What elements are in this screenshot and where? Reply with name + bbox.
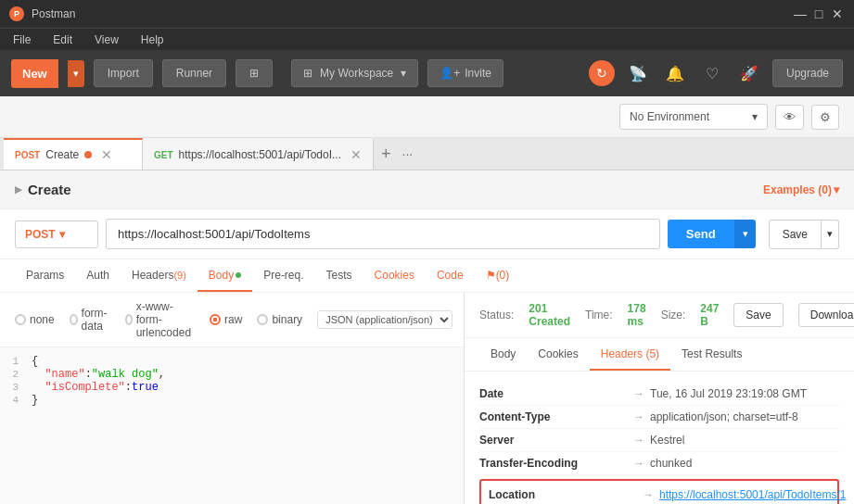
titlebar: P Postman — □ ✕ [0, 0, 854, 28]
req-tab-body[interactable]: Body [198, 259, 252, 292]
form-data-option[interactable]: form-data [70, 307, 110, 333]
import-button[interactable]: Import [94, 59, 153, 87]
response-tabs: Body Cookies Headers (5) Test Results [465, 338, 854, 372]
tab-get[interactable]: GET https://localhost:5001/api/TodoI... … [143, 138, 374, 170]
none-option[interactable]: none [15, 313, 55, 326]
upgrade-button[interactable]: Upgrade [772, 59, 843, 87]
sync-button[interactable]: ↻ [589, 60, 615, 86]
tab-close-get-icon[interactable]: ✕ [351, 147, 362, 162]
time-label: Time: [585, 309, 613, 321]
header-date-row: Date → Tue, 16 Jul 2019 23:19:08 GMT [479, 383, 839, 406]
req-tab-comments[interactable]: ⚑(0) [475, 259, 521, 292]
window-controls: — □ ✕ [793, 6, 845, 21]
code-editor[interactable]: 1 { 2 "name":"walk dog", 3 "isComplete":… [0, 347, 464, 504]
runner-button[interactable]: Runner [162, 59, 226, 87]
header-content-type-row: Content-Type → application/json; charset… [479, 406, 839, 429]
tab-close-icon[interactable]: ✕ [101, 147, 112, 162]
environment-dropdown[interactable]: No Environment ▾ [619, 104, 768, 130]
response-download-button[interactable]: Download [798, 303, 854, 327]
resp-tab-tests[interactable]: Test Results [670, 338, 753, 371]
invite-button[interactable]: 👤+ Invite [427, 59, 503, 87]
request-name: Create [28, 182, 71, 197]
method-value: POST [25, 228, 56, 241]
unsaved-dot [84, 151, 92, 158]
request-tabs: Params Auth Headers (9) Body Pre-req. Te… [0, 259, 854, 293]
req-tab-prereq[interactable]: Pre-req. [252, 259, 314, 292]
resp-tab-body[interactable]: Body [479, 338, 527, 371]
content-type-select[interactable]: JSON (application/json) [317, 310, 452, 329]
left-panel: none form-data x-www-form-urlencoded raw… [0, 293, 465, 504]
req-tab-cookies[interactable]: Cookies [363, 259, 426, 292]
send-dropdown-button[interactable]: ▾ [734, 220, 756, 248]
workspace-button[interactable]: ⊞ My Workspace ▾ [291, 59, 418, 87]
binary-radio[interactable] [257, 314, 268, 325]
person-add-icon: 👤+ [440, 67, 460, 80]
rocket-icon-button[interactable]: 🚀 [735, 59, 763, 87]
resp-tab-cookies[interactable]: Cookies [527, 338, 589, 371]
size-label: Size: [661, 309, 686, 321]
header-transfer-value: chunked [650, 457, 839, 470]
new-button[interactable]: New [11, 59, 58, 88]
minimize-button[interactable]: — [793, 6, 808, 21]
binary-option[interactable]: binary [257, 313, 302, 326]
examples-link[interactable]: Examples (0) ▾ [763, 183, 839, 196]
method-label-get: GET [154, 150, 173, 160]
tab-create[interactable]: POST Create ✕ [4, 138, 143, 170]
satellite-icon-button[interactable]: 📡 [624, 59, 652, 87]
url-input[interactable] [106, 219, 660, 249]
time-value: 178 ms [628, 302, 646, 328]
req-tab-code[interactable]: Code [426, 259, 475, 292]
url-bar: POST ▾ Send ▾ Save ▾ [0, 209, 854, 259]
panels: none form-data x-www-form-urlencoded raw… [0, 293, 854, 504]
menu-edit[interactable]: Edit [49, 32, 76, 48]
menu-view[interactable]: View [91, 32, 122, 48]
more-tabs-button[interactable]: ··· [399, 146, 417, 161]
maximize-button[interactable]: □ [811, 6, 826, 21]
status-value: 201 Created [529, 302, 570, 328]
request-title-left: ▶ Create [15, 182, 71, 197]
method-dropdown[interactable]: POST ▾ [15, 220, 98, 248]
header-content-type-name: Content-Type [479, 410, 628, 423]
new-dropdown-button[interactable]: ▾ [68, 60, 84, 87]
code-line-3: 3 "isComplete":true [0, 381, 464, 394]
form-data-radio[interactable] [70, 314, 78, 325]
header-content-type-value: application/json; charset=utf-8 [650, 410, 839, 423]
req-tab-auth[interactable]: Auth [75, 259, 121, 292]
send-button[interactable]: Send [668, 220, 734, 248]
menu-help[interactable]: Help [137, 32, 168, 48]
add-tab-button[interactable]: + [374, 145, 399, 164]
urlencoded-option[interactable]: x-www-form-urlencoded [125, 300, 195, 339]
bell-icon-button[interactable]: 🔔 [661, 59, 689, 87]
layout-button[interactable]: ⊞ [236, 59, 273, 87]
settings-button[interactable]: ⚙ [811, 105, 839, 130]
raw-option[interactable]: raw [210, 313, 242, 326]
tabs-bar: POST Create ✕ GET https://localhost:5001… [0, 138, 854, 170]
code-line-1: 1 { [0, 355, 464, 368]
save-button-group: Save ▾ [763, 220, 839, 249]
arrow-icon: → [633, 387, 644, 400]
eye-button[interactable]: 👁 [775, 105, 804, 130]
header-transfer-encoding-row: Transfer-Encoding → chunked [479, 452, 839, 475]
req-tab-headers[interactable]: Headers (9) [121, 259, 198, 292]
save-button[interactable]: Save [769, 220, 822, 249]
heart-icon-button[interactable]: ♡ [698, 59, 726, 87]
response-save-button[interactable]: Save [733, 303, 783, 327]
tab-name-create: Create [45, 148, 79, 161]
raw-radio[interactable] [210, 314, 221, 325]
header-date-name: Date [479, 387, 628, 400]
req-tab-tests[interactable]: Tests [315, 259, 363, 292]
resp-tab-headers[interactable]: Headers (5) [590, 338, 670, 371]
header-location-value[interactable]: https://localhost:5001/api/TodoItems/1 [659, 488, 846, 501]
workspace-label: My Workspace [320, 67, 393, 80]
body-options: none form-data x-www-form-urlencoded raw… [0, 293, 464, 347]
save-dropdown-button[interactable]: ▾ [822, 220, 839, 249]
line-number: 2 [0, 368, 28, 381]
urlencoded-radio[interactable] [125, 314, 133, 325]
arrow-icon: ▶ [15, 184, 22, 195]
menu-file[interactable]: File [9, 32, 34, 48]
req-tab-params[interactable]: Params [15, 259, 75, 292]
close-button[interactable]: ✕ [830, 6, 845, 21]
tab-name-get: https://localhost:5001/api/TodoI... [179, 148, 341, 161]
arrow-icon: → [633, 410, 644, 423]
none-radio[interactable] [15, 314, 26, 325]
